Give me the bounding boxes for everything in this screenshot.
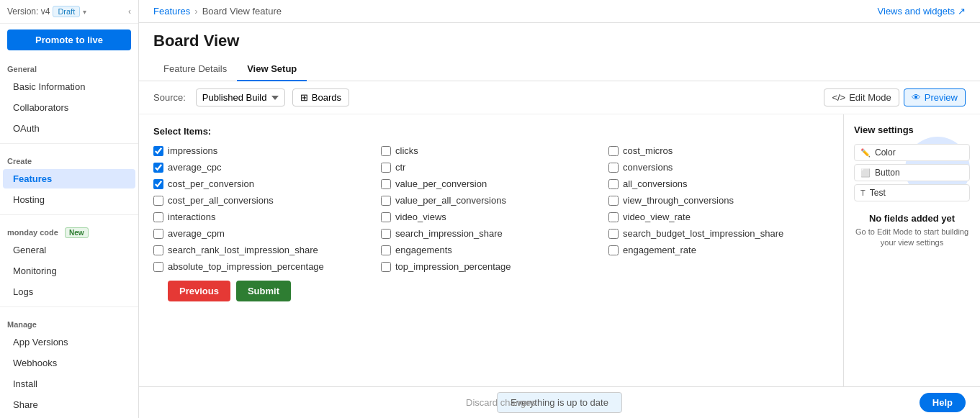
version-label: Version: v4	[7, 6, 50, 17]
sidebar-item-webhooks[interactable]: Webhooks	[3, 353, 135, 373]
page-title: Board View	[153, 32, 966, 50]
list-item: engagements	[381, 245, 601, 255]
checkbox-engagement_rate[interactable]	[608, 245, 619, 255]
settings-icon-test: T	[860, 188, 866, 197]
checkbox-top_impression_percentage[interactable]	[381, 262, 391, 272]
checkbox-all_conversions[interactable]	[608, 179, 619, 189]
help-button[interactable]: Help	[920, 393, 966, 412]
list-item: ctr	[381, 162, 601, 173]
version-bar: Version: v4 Draft ▾ ‹	[0, 0, 138, 24]
sidebar-item-basic-info[interactable]: Basic Information	[3, 77, 135, 96]
draft-badge: Draft	[53, 6, 80, 17]
checkbox-average_cpc[interactable]	[153, 163, 163, 173]
checkbox-cost_per_all_conversions[interactable]	[153, 196, 163, 206]
checkbox-search_impression_share[interactable]	[381, 229, 391, 239]
checkbox-video_views[interactable]	[381, 212, 391, 222]
chevron-down-icon[interactable]: ▾	[83, 8, 86, 16]
list-item: absolute_top_impression_percentage	[153, 261, 374, 272]
topbar: Features › Board View feature Views and …	[139, 0, 980, 23]
source-select[interactable]: Published Build	[196, 88, 285, 106]
sidebar-item-share[interactable]: Share	[3, 395, 135, 414]
discard-changes-button[interactable]: Discard changes	[466, 397, 536, 408]
settings-icon-color: ✏️	[860, 148, 871, 158]
divider-3	[0, 306, 138, 307]
page-header: Board View	[139, 23, 980, 58]
sidebar-item-install[interactable]: Install	[3, 374, 135, 394]
sidebar-item-monitoring[interactable]: Monitoring	[3, 261, 135, 281]
no-fields-title: No fields added yet	[869, 213, 955, 224]
sidebar-item-logs[interactable]: Logs	[3, 282, 135, 301]
breadcrumb-features-link[interactable]: Features	[153, 6, 190, 17]
sidebar-item-app-versions[interactable]: App Versions	[3, 332, 135, 352]
monday-code-section-title: monday code New	[0, 219, 138, 240]
settings-icon-button: ⬜	[860, 168, 871, 178]
breadcrumb: Features › Board View feature	[153, 6, 282, 17]
boards-button[interactable]: ⊞ Boards	[292, 88, 349, 106]
list-item: view_through_conversions	[608, 195, 829, 206]
checkbox-cost_per_conversion[interactable]	[153, 179, 163, 189]
checkboxes-grid: impressionsclickscost_microsaverage_cpcc…	[153, 145, 829, 272]
code-icon: </>	[832, 92, 845, 103]
list-item: interactions	[153, 212, 374, 222]
list-item: cost_per_conversion	[153, 178, 374, 189]
external-link-icon: ↗	[958, 6, 966, 17]
divider	[0, 143, 138, 144]
checkbox-ctr[interactable]	[381, 163, 391, 173]
checkbox-value_per_conversion[interactable]	[381, 179, 391, 189]
breadcrumb-current: Board View feature	[202, 6, 282, 17]
list-item: cost_per_all_conversions	[153, 195, 374, 206]
sidebar-item-hosting[interactable]: Hosting	[3, 190, 135, 209]
breadcrumb-separator: ›	[194, 6, 197, 17]
list-item: search_budget_lost_impression_share	[608, 228, 829, 239]
checkbox-cost_micros[interactable]	[608, 146, 619, 156]
list-item: value_per_conversion	[381, 178, 601, 189]
edit-mode-label: Edit Mode	[849, 92, 891, 103]
general-section-title: General	[0, 56, 138, 76]
boards-label: Boards	[312, 92, 341, 103]
sidebar-item-general[interactable]: General	[3, 240, 135, 260]
views-widgets-label: Views and widgets	[878, 6, 955, 17]
checkbox-search_budget_lost_impression_share[interactable]	[608, 229, 619, 239]
checkbox-view_through_conversions[interactable]	[608, 196, 619, 206]
tabs-bar: Feature Details View Setup	[139, 58, 980, 81]
checkbox-conversions[interactable]	[608, 163, 619, 173]
list-item: cost_micros	[608, 145, 829, 156]
list-item: video_view_rate	[608, 212, 829, 222]
new-badge: New	[65, 227, 89, 238]
collapse-arrow-icon[interactable]: ‹	[128, 6, 131, 17]
eye-icon: 👁	[912, 92, 921, 103]
boards-grid-icon: ⊞	[300, 92, 308, 103]
source-label: Source:	[153, 92, 186, 103]
previous-button[interactable]: Previous	[168, 281, 230, 301]
sidebar-item-collaborators[interactable]: Collaborators	[3, 98, 135, 117]
list-item: clicks	[381, 145, 601, 156]
promote-to-live-button[interactable]: Promote to live	[7, 29, 131, 50]
list-item: search_impression_share	[381, 228, 601, 239]
edit-mode-button[interactable]: </> Edit Mode	[824, 88, 899, 106]
checkbox-average_cpm[interactable]	[153, 229, 163, 239]
views-widgets-link[interactable]: Views and widgets ↗	[878, 6, 966, 17]
no-fields-desc: Go to Edit Mode to start building your v…	[854, 227, 970, 249]
preview-button[interactable]: 👁 Preview	[904, 88, 966, 106]
checkbox-clicks[interactable]	[381, 146, 391, 156]
settings-items: ✏️Color⬜ButtonTTest	[854, 144, 970, 201]
view-settings-panel: View settings ✏️Color⬜ButtonTTest No fie…	[843, 114, 980, 386]
submit-button[interactable]: Submit	[236, 281, 291, 301]
checkbox-value_per_all_conversions[interactable]	[381, 196, 391, 206]
checkbox-interactions[interactable]	[153, 212, 163, 222]
tab-feature-details[interactable]: Feature Details	[153, 58, 237, 81]
sidebar-item-features[interactable]: Features	[3, 169, 135, 188]
checkbox-impressions[interactable]	[153, 146, 163, 156]
checkbox-video_view_rate[interactable]	[608, 212, 619, 222]
view-settings-title: View settings	[854, 124, 914, 135]
content-area: Source: Published Build ⊞ Boards </> Edi…	[139, 81, 980, 386]
sidebar-item-oauth[interactable]: OAuth	[3, 119, 135, 138]
tab-view-setup[interactable]: View Setup	[237, 58, 307, 81]
list-item: search_rank_lost_impression_share	[153, 245, 374, 255]
checkbox-absolute_top_impression_percentage[interactable]	[153, 262, 163, 272]
checkbox-search_rank_lost_impression_share[interactable]	[153, 245, 163, 255]
list-item: video_views	[381, 212, 601, 222]
checkbox-engagements[interactable]	[381, 245, 391, 255]
settings-item-button: ⬜Button	[854, 164, 970, 181]
list-item: value_per_all_conversions	[381, 195, 601, 206]
